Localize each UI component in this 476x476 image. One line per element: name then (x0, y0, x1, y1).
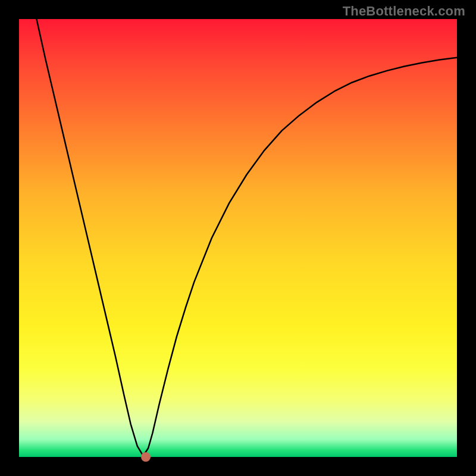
bottleneck-curve-path (36, 19, 457, 455)
bottleneck-curve-svg (19, 19, 457, 457)
watermark-text: TheBottleneck.com (343, 4, 465, 19)
chart-plot-area (19, 19, 457, 457)
marker-dot (141, 452, 151, 462)
